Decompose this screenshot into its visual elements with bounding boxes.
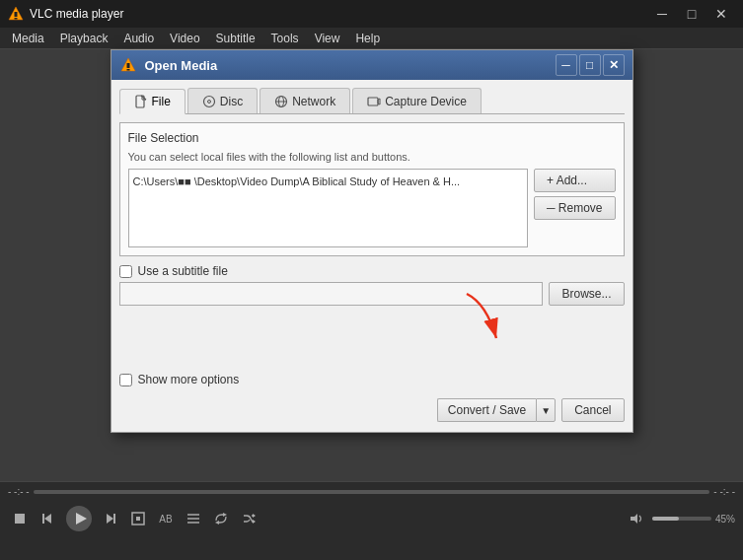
vlc-app-icon [8, 6, 24, 22]
group-desc: You can select local files with the foll… [128, 151, 616, 163]
show-more-options-row: Show more options [119, 373, 625, 386]
menu-audio[interactable]: Audio [115, 28, 162, 48]
subtitle-checkbox-row: Use a subtitle file [119, 264, 625, 278]
file-icon [134, 95, 148, 108]
next-button[interactable] [99, 507, 122, 530]
expand-button[interactable] [126, 507, 150, 530]
network-icon [274, 95, 288, 108]
dialog-body: File Disc [111, 80, 632, 432]
volume-icon[interactable] [625, 507, 648, 530]
dialog-maximize-btn[interactable]: □ [579, 54, 601, 76]
controls-row: AB 45% [0, 499, 743, 538]
file-selection-group: File Selection You can select local file… [119, 122, 625, 256]
svg-marker-30 [253, 520, 256, 524]
progress-bar-area: - -:- - - -:- - [0, 482, 743, 499]
title-bar: VLC media player ─ □ ✕ [0, 0, 743, 28]
progress-time-left: - -:- - [8, 486, 30, 497]
app-title: VLC media player [30, 7, 648, 21]
svg-rect-5 [126, 69, 129, 71]
menu-view[interactable]: View [307, 28, 348, 48]
subtitle-checkbox[interactable] [119, 265, 132, 278]
tab-network-label: Network [292, 95, 335, 108]
menu-bar: Media Playback Audio Video Subtitle Tool… [0, 28, 743, 49]
svg-point-7 [203, 96, 214, 106]
svg-rect-17 [42, 514, 44, 524]
capture-icon [367, 95, 381, 108]
cancel-button[interactable]: Cancel [561, 398, 624, 422]
dialog-bottom-buttons: Convert / Save ▼ Cancel [119, 394, 625, 424]
close-btn[interactable]: ✕ [707, 0, 735, 28]
dialog-box: Open Media ─ □ ✕ File [111, 49, 633, 433]
tab-network[interactable]: Network [260, 88, 350, 113]
disc-icon [202, 95, 216, 108]
svg-point-8 [207, 100, 210, 103]
tab-capture[interactable]: Capture Device [352, 88, 482, 113]
tab-disc[interactable]: Disc [187, 88, 258, 113]
ab-loop-button[interactable]: AB [154, 507, 178, 530]
stop-button[interactable] [8, 507, 32, 530]
arrow-annotation-area [119, 314, 625, 373]
tab-bar: File Disc [119, 88, 625, 114]
dialog-icon [119, 56, 137, 74]
svg-marker-28 [215, 521, 219, 525]
dialog-minimize-btn[interactable]: ─ [556, 54, 577, 76]
svg-marker-27 [223, 513, 227, 517]
volume-fill [652, 517, 679, 521]
show-more-options-checkbox[interactable] [119, 374, 132, 386]
tab-capture-label: Capture Device [385, 95, 467, 108]
file-list[interactable]: C:\Users\■■ \Desktop\Video Dump\A Biblic… [128, 169, 528, 247]
menu-help[interactable]: Help [347, 28, 388, 48]
menu-playback[interactable]: Playback [52, 28, 116, 48]
svg-rect-2 [15, 18, 18, 20]
svg-rect-12 [368, 98, 378, 105]
arrow-svg [408, 284, 605, 363]
convert-save-dropdown-btn[interactable]: ▼ [536, 398, 556, 422]
svg-rect-21 [113, 514, 115, 524]
svg-marker-31 [631, 514, 637, 524]
add-file-button[interactable]: + Add... [534, 169, 616, 192]
dialog-title: Open Media [145, 58, 218, 73]
player-controls: - -:- - - -:- - [0, 481, 743, 560]
tab-file[interactable]: File [119, 89, 186, 114]
maximize-btn[interactable]: □ [678, 0, 706, 28]
random-button[interactable] [237, 507, 260, 530]
svg-marker-23 [136, 517, 140, 521]
svg-marker-29 [253, 514, 256, 518]
group-title: File Selection [128, 131, 616, 145]
play-button[interactable] [63, 503, 95, 534]
playlist-button[interactable] [182, 507, 205, 530]
volume-area: 45% [625, 507, 735, 530]
tab-disc-label: Disc [220, 95, 243, 108]
progress-track[interactable] [34, 490, 710, 494]
svg-marker-16 [44, 514, 51, 524]
menu-video[interactable]: Video [162, 28, 207, 48]
subtitle-checkbox-label[interactable]: Use a subtitle file [138, 264, 228, 278]
tab-file-label: File [152, 95, 171, 108]
prev-button[interactable] [36, 507, 59, 530]
svg-marker-20 [107, 514, 113, 524]
menu-media[interactable]: Media [4, 28, 52, 48]
file-buttons: + Add... ─ Remove [534, 169, 616, 247]
dialog-close-btn[interactable]: ✕ [603, 54, 625, 76]
menu-tools[interactable]: Tools [263, 28, 307, 48]
window-controls: ─ □ ✕ [648, 0, 735, 28]
minimize-btn[interactable]: ─ [648, 0, 676, 28]
svg-rect-1 [15, 12, 18, 17]
volume-label: 45% [715, 514, 735, 525]
progress-time-right: - -:- - [713, 486, 735, 497]
show-more-options-label[interactable]: Show more options [138, 373, 240, 386]
dialog-title-bar: Open Media ─ □ ✕ [111, 50, 632, 80]
open-media-dialog: Open Media ─ □ ✕ File [111, 49, 633, 433]
svg-marker-13 [378, 99, 380, 105]
remove-file-button[interactable]: ─ Remove [534, 196, 616, 220]
loop-button[interactable] [209, 507, 233, 530]
vlc-window: VLC media player ─ □ ✕ Media Playback Au… [0, 0, 743, 560]
file-list-item: C:\Users\■■ \Desktop\Video Dump\A Biblic… [133, 174, 523, 189]
menu-subtitle[interactable]: Subtitle [208, 28, 263, 48]
svg-rect-4 [126, 63, 129, 68]
svg-rect-15 [15, 514, 25, 524]
file-list-area: C:\Users\■■ \Desktop\Video Dump\A Biblic… [128, 169, 616, 247]
convert-save-button[interactable]: Convert / Save [437, 398, 536, 422]
volume-slider[interactable] [652, 517, 711, 521]
convert-save-group: Convert / Save ▼ [437, 398, 556, 422]
